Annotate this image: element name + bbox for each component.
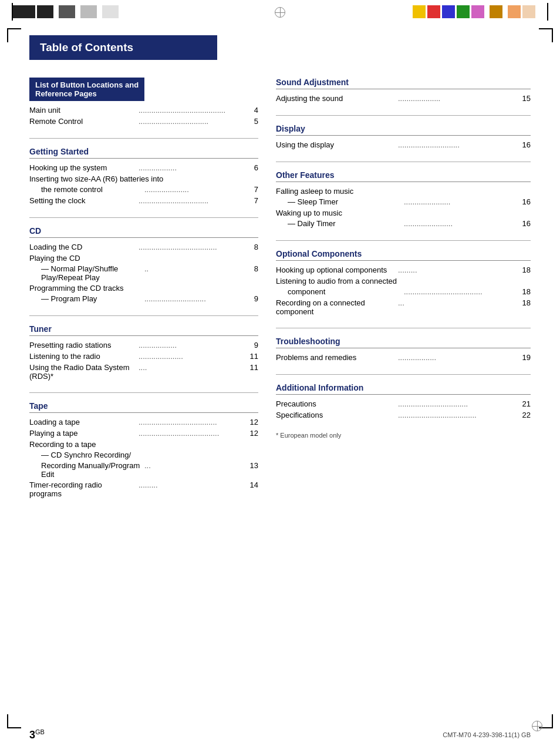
section-title-additional-info: Additional Information: [276, 383, 531, 395]
toc-page-rds: 11: [248, 363, 258, 372]
toc-page-recording-connected: 18: [520, 298, 531, 307]
color-block-gray1: [59, 5, 75, 18]
top-divider-right: [547, 3, 548, 21]
divider-4: [29, 392, 258, 393]
toc-item-listening-radio: Listening to the radio .................…: [29, 352, 258, 361]
toc-text-programming-cd: Programming the CD tracks: [29, 284, 258, 293]
section-other-features: Other Features Falling asleep to music —…: [276, 170, 531, 228]
toc-page-main-unit: 4: [248, 106, 258, 115]
model-info: CMT-M70 4-239-398-11(1) GB: [443, 731, 531, 738]
toc-page-presetting: 9: [248, 341, 258, 350]
top-bar-right-colors: [413, 5, 535, 18]
toc-page-program-play: 9: [248, 294, 258, 303]
toc-item-setting-clock: Setting the clock ......................…: [29, 196, 258, 206]
section-title-optional-components: Optional Components: [276, 249, 531, 261]
toc-item-playing-cd: Playing the CD: [29, 254, 258, 263]
toc-item-adjusting-sound: Adjusting the sound ....................…: [276, 94, 531, 103]
toc-page-adjusting-sound: 15: [520, 94, 531, 103]
corner-bracket-top-right: [539, 28, 553, 42]
toc-item-loading-tape: Loading a tape .........................…: [29, 418, 258, 427]
toc-item-recording-connected: Recording on a connected component ... 1…: [276, 298, 531, 316]
toc-text-loading-tape: Loading a tape: [29, 418, 136, 426]
toc-text-normal-play: — Normal Play/Shuffle Play/Repeat Play: [41, 264, 142, 282]
toc-item-specifications: Specifications .........................…: [276, 411, 531, 420]
toc-page-specifications: 22: [520, 411, 531, 419]
toc-text-listening-audio-1: Listening to audio from a connected: [276, 277, 531, 285]
toc-item-rds: Using the Radio Data System (RDS)* .... …: [29, 363, 258, 381]
toc-text-hooking-up: Hooking up the system: [29, 163, 136, 172]
divider-2: [29, 217, 258, 218]
toc-dots-timer-recording: .........: [139, 480, 245, 490]
section-tape: Tape Loading a tape ....................…: [29, 401, 258, 498]
section-optional-components: Optional Components Hooking up optional …: [276, 249, 531, 316]
toc-item-program-play: — Program Play .........................…: [29, 294, 258, 304]
toc-page-loading-cd: 8: [248, 243, 258, 251]
toc-text-playing-tape: Playing a tape: [29, 429, 136, 438]
toc-text-recording-tape: Recording to a tape: [29, 440, 258, 449]
toc-item-precautions: Precautions ............................…: [276, 399, 531, 409]
page-number-value: 3: [29, 729, 35, 741]
toc-item-main-unit: Main unit ..............................…: [29, 106, 258, 115]
section-title-tuner: Tuner: [29, 324, 258, 336]
toc-text-adjusting-sound: Adjusting the sound: [276, 94, 396, 103]
page-suffix: GB: [35, 728, 45, 735]
section-title-troubleshooting: Troubleshooting: [276, 337, 531, 348]
toc-dots-main-unit: ........................................…: [139, 106, 245, 115]
toc-item-inserting-batteries-2: the remote control .....................…: [29, 185, 258, 194]
toc-text-remote-control: Remote Control: [29, 117, 136, 126]
toc-item-falling-asleep: Falling asleep to music: [276, 187, 531, 196]
toc-page-hooking-up: 6: [248, 163, 258, 172]
toc-item-cd-synchro: — CD Synchro Recording/: [29, 451, 258, 459]
color-gap3: [99, 5, 100, 18]
divider-r2: [276, 162, 531, 162]
corner-bracket-top-left: [7, 28, 21, 42]
toc-item-daily-timer: — Daily Timer ....................... 16: [276, 219, 531, 228]
toc-dots-sleep-timer: ......................: [404, 197, 518, 207]
toc-page-precautions: 21: [520, 399, 531, 408]
toc-dots-adjusting-sound: ....................: [398, 94, 518, 103]
color-block-light: [102, 5, 119, 18]
toc-page-listening-radio: 11: [248, 352, 258, 361]
toc-item-problems-remedies: Problems and remedies ..................…: [276, 353, 531, 362]
toc-text-rds: Using the Radio Data System (RDS)*: [29, 363, 136, 381]
toc-text-listening-radio: Listening to the radio: [29, 352, 136, 361]
color-block-black: [13, 5, 35, 18]
section-getting-started: Getting Started Hooking up the system ..…: [29, 147, 258, 206]
toc-item-hooking-optional: Hooking up optional components .........…: [276, 266, 531, 275]
section-title-cd: CD: [29, 226, 258, 238]
toc-text-recording-connected: Recording on a connected component: [276, 298, 396, 316]
toc-page-loading-tape: 12: [248, 418, 258, 426]
toc-page-playing-tape: 12: [248, 429, 258, 438]
toc-page-recording-manually: 13: [248, 461, 258, 470]
compass-center-symbol: [275, 7, 285, 18]
page-title: Table of Contents: [29, 35, 217, 60]
toc-text-sleep-timer: — Sleep Timer: [288, 197, 402, 206]
toc-item-listening-audio-2: component ..............................…: [276, 287, 531, 297]
color-peach: [508, 5, 521, 18]
toc-dots-program-play: .............................: [144, 294, 245, 304]
toc-dots-rds: ....: [139, 363, 245, 372]
color-blue: [442, 5, 455, 18]
page-number: 3GB: [29, 728, 45, 741]
color-gap: [55, 5, 57, 18]
toc-dots-recording-manually: ...: [144, 461, 245, 471]
divider-r5: [276, 374, 531, 375]
color-gap-r: [486, 5, 488, 18]
toc-item-presetting: Presetting radio stations ..............…: [29, 341, 258, 350]
page-content: Table of Contents List of Button Locatio…: [0, 23, 560, 545]
toc-dots-problems-remedies: ..................: [398, 353, 518, 362]
toc-text-hooking-optional: Hooking up optional components: [276, 266, 396, 274]
section-title-tape: Tape: [29, 401, 258, 413]
color-pink: [471, 5, 484, 18]
color-yellow: [413, 5, 426, 18]
toc-dots-hooking-up: ..................: [139, 163, 245, 173]
toc-dots-using-display: .............................: [398, 140, 518, 150]
toc-text-specifications: Specifications: [276, 411, 396, 419]
toc-text-waking-up: Waking up to music: [276, 209, 531, 217]
toc-page-sleep-timer: 16: [520, 197, 531, 206]
toc-page-remote-control: 5: [248, 117, 258, 126]
toc-dots-precautions: .................................: [398, 399, 518, 409]
toc-item-programming-cd: Programming the CD tracks: [29, 284, 258, 293]
toc-item-using-display: Using the display ......................…: [276, 140, 531, 150]
toc-dots-specifications: .....................................: [398, 411, 518, 420]
